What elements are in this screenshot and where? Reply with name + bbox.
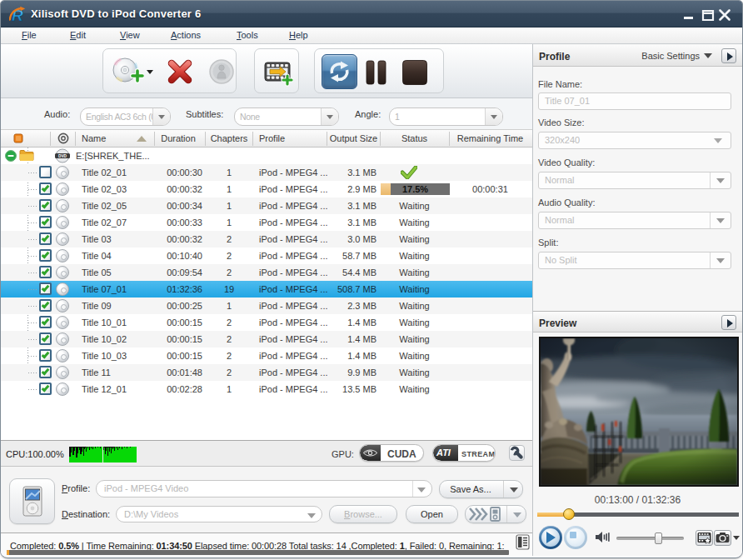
table-row-title-03[interactable]: Title 03 00:00:32 2 iPod - MPEG4 ... 3.0… [1,231,532,248]
row-checkbox[interactable] [39,332,52,345]
column-header-remaining-time[interactable]: Remaining Time [449,133,531,143]
table-row-title-04[interactable]: Title 04 00:10:40 2 iPod - MPEG4 ... 58.… [1,248,532,264]
volume-icon[interactable] [595,531,611,543]
profile-select[interactable]: iPod - MPEG4 Video [96,480,432,498]
menu-item-view[interactable]: View [120,30,140,40]
table-row-title-11[interactable]: Title 11 00:01:48 2 iPod - MPEG4 ... 9.9… [1,364,532,381]
seek-bar[interactable] [537,512,739,517]
table-row-title-12_01[interactable]: Title 12_01 00:02:28 1 iPod - MPEG4 ... … [1,381,532,398]
destination-select-arrow[interactable] [307,513,316,518]
audio-quality-label: Audio Quality: [538,198,595,208]
table-row-title-07_01[interactable]: Title 07_01 01:32:36 19 iPod - MPEG4 ...… [1,281,532,298]
maximize-button[interactable] [701,9,715,21]
add-file-icon[interactable] [263,58,293,88]
row-checkbox[interactable] [39,282,52,295]
subtitles-select-arrow[interactable] [321,108,338,125]
audio-select[interactable]: English AC3 6ch (0x8 [80,108,171,126]
save-as-dropdown-arrow[interactable] [510,488,518,492]
destination-select[interactable]: D:\My Videos [116,506,322,522]
stop-playback-button[interactable] [564,526,587,549]
sort-asc-icon[interactable] [137,136,147,142]
disc-column-icon[interactable] [57,132,69,144]
device-ipod-button[interactable] [9,478,55,524]
profile-panel-header: Profile Basic Settings [533,45,742,67]
menu-item-help[interactable]: Help [289,30,308,40]
pause-icon[interactable] [365,59,388,86]
column-header-name[interactable]: Name [82,133,106,143]
table-row-title-02_07[interactable]: Title 02_07 00:00:33 1 iPod - MPEG4 ... … [1,214,532,231]
column-header-chapters[interactable]: Chapters [206,133,252,143]
split-select[interactable]: No Split [538,252,731,269]
seek-knob[interactable] [563,508,575,520]
stop-icon[interactable] [401,59,428,86]
row-checkbox[interactable] [39,316,52,328]
log-list-icon[interactable] [516,534,530,550]
row-checkbox[interactable] [39,249,52,262]
profile-select-arrow[interactable] [417,488,426,492]
menu-item-edit[interactable]: Edit [70,30,86,40]
cell-output-size: 58.7 MB [327,251,376,261]
menu-item-file[interactable]: File [22,30,37,40]
remove-icon[interactable] [167,58,193,85]
snapshot-film-button[interactable] [696,530,713,546]
row-checkbox[interactable] [39,349,52,362]
cuda-button[interactable]: CUDA [359,444,424,462]
browse-button[interactable]: Browse... [329,505,397,523]
play-button[interactable] [539,526,562,549]
column-header-profile[interactable]: Profile [259,133,285,143]
row-checkbox[interactable] [39,216,52,228]
volume-slider[interactable] [616,537,684,540]
menu-item-tools[interactable]: Tools [237,30,258,40]
row-checkbox[interactable] [39,299,52,312]
volume-thumb[interactable] [655,532,662,544]
add-dvd-dropdown-arrow[interactable] [147,70,153,74]
menu-item-actions[interactable]: Actions [171,30,201,40]
row-checkbox[interactable] [39,182,52,195]
column-header-status[interactable]: Status [380,133,449,143]
column-header-output-size[interactable]: Output Size [327,133,380,143]
convert-button[interactable] [322,54,357,89]
audio-quality-select[interactable]: Normal [538,212,731,229]
audio-select-arrow[interactable] [152,108,170,125]
collapse-icon[interactable] [5,150,17,162]
row-checkbox[interactable] [39,199,52,212]
video-size-select[interactable]: 320x240 [538,132,731,149]
settings-wrench-button[interactable] [509,445,525,461]
camera-dropdown-arrow[interactable] [733,536,740,540]
table-row-title-10_03[interactable]: Title 10_03 00:00:15 2 iPod - MPEG4 ... … [1,348,532,364]
add-dvd-icon[interactable] [111,55,144,88]
table-row-title-02_01[interactable]: Title 02_01 00:00:30 1 iPod - MPEG4 ... … [1,164,532,181]
check-column-icon[interactable] [13,133,23,143]
table-row-title-02_03[interactable]: Title 02_03 00:00:32 1 iPod - MPEG4 ... … [1,181,532,198]
angle-select-arrow[interactable] [485,108,502,125]
preview-expand-button[interactable] [721,315,736,330]
ati-stream-button[interactable]: ATI STREAM [432,444,496,462]
row-checkbox[interactable] [39,232,52,245]
transfer-dropdown-arrow[interactable] [513,512,521,518]
row-checkbox[interactable] [39,166,52,178]
video-preview[interactable] [539,337,739,487]
video-quality-select[interactable]: Normal [538,172,731,189]
row-checkbox[interactable] [39,366,52,378]
play-icon [546,532,556,543]
table-row-title-02_05[interactable]: Title 02_05 00:00:34 1 iPod - MPEG4 ... … [1,198,532,214]
angle-select[interactable]: 1 [389,108,503,126]
row-checkbox[interactable] [39,266,52,278]
minimize-button[interactable] [682,9,696,21]
file-name-input[interactable]: Title 07_01 [538,92,731,110]
snapshot-camera-button[interactable] [714,530,731,546]
table-row-title-10_02[interactable]: Title 10_02 00:00:15 2 iPod - MPEG4 ... … [1,331,532,348]
source-row[interactable]: DVDE:[SHREK_THE... [1,148,532,164]
open-button[interactable]: Open [406,505,458,523]
settings-mode-select[interactable]: Basic Settings [641,51,712,61]
close-button[interactable] [718,9,731,21]
save-as-button[interactable]: Save As... [439,480,523,498]
subtitles-select[interactable]: None [234,108,339,126]
row-checkbox[interactable] [39,382,52,395]
column-header-duration[interactable]: Duration [154,133,202,143]
profile-expand-button[interactable] [721,48,736,63]
table-row-title-09[interactable]: Title 09 00:00:25 1 iPod - MPEG4 ... 2.3… [1,298,532,314]
transfer-to-ipod-button[interactable] [465,505,526,523]
table-row-title-05[interactable]: Title 05 00:09:54 2 iPod - MPEG4 ... 54.… [1,264,532,281]
table-row-title-10_01[interactable]: Title 10_01 00:00:15 2 iPod - MPEG4 ... … [1,314,532,331]
